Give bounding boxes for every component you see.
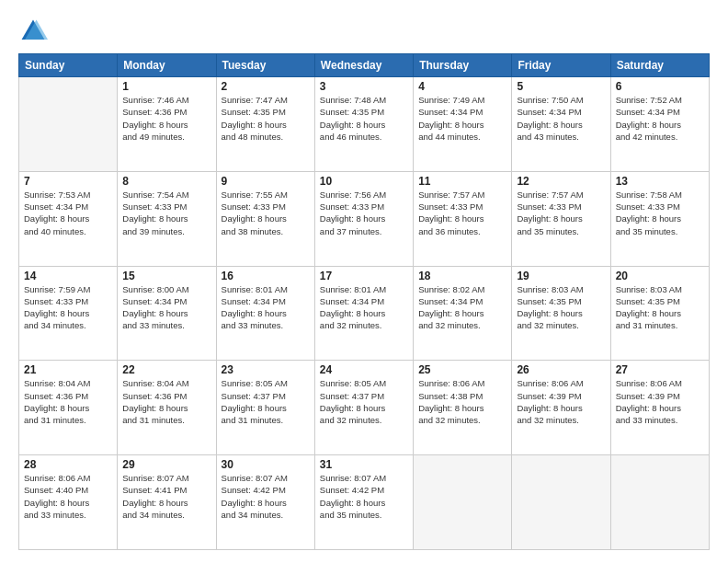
calendar-cell: 17Sunrise: 8:01 AM Sunset: 4:34 PM Dayli… <box>314 266 413 361</box>
page: SundayMondayTuesdayWednesdayThursdayFrid… <box>0 0 728 563</box>
calendar-cell <box>512 455 610 550</box>
day-number: 7 <box>24 175 112 188</box>
calendar-cell: 18Sunrise: 8:02 AM Sunset: 4:34 PM Dayli… <box>414 266 512 361</box>
day-number: 24 <box>320 363 408 376</box>
day-number: 3 <box>320 80 408 93</box>
day-number: 15 <box>122 270 210 282</box>
day-header-friday: Friday <box>512 54 610 77</box>
day-number: 11 <box>418 175 506 188</box>
day-info: Sunrise: 8:00 AM Sunset: 4:34 PM Dayligh… <box>122 283 210 332</box>
calendar-cell: 26Sunrise: 8:06 AM Sunset: 4:39 PM Dayli… <box>512 361 610 455</box>
day-number: 5 <box>517 80 605 93</box>
day-number: 23 <box>222 363 310 376</box>
day-info: Sunrise: 7:47 AM Sunset: 4:35 PM Dayligh… <box>222 94 310 143</box>
calendar-cell: 7Sunrise: 7:53 AM Sunset: 4:34 PM Daylig… <box>19 171 118 266</box>
week-row-4: 21Sunrise: 8:04 AM Sunset: 4:36 PM Dayli… <box>19 361 710 455</box>
day-info: Sunrise: 7:53 AM Sunset: 4:34 PM Dayligh… <box>24 189 112 237</box>
calendar-cell: 4Sunrise: 7:49 AM Sunset: 4:34 PM Daylig… <box>414 77 512 172</box>
day-number: 8 <box>122 175 210 188</box>
day-info: Sunrise: 7:52 AM Sunset: 4:34 PM Dayligh… <box>616 94 704 143</box>
week-row-5: 28Sunrise: 8:06 AM Sunset: 4:40 PM Dayli… <box>19 455 710 550</box>
calendar-cell: 2Sunrise: 7:47 AM Sunset: 4:35 PM Daylig… <box>216 77 314 172</box>
day-number: 9 <box>222 175 310 188</box>
day-info: Sunrise: 8:04 AM Sunset: 4:36 PM Dayligh… <box>24 377 112 426</box>
calendar: SundayMondayTuesdayWednesdayThursdayFrid… <box>18 53 710 550</box>
day-number: 12 <box>517 175 605 188</box>
day-number: 16 <box>222 270 310 282</box>
day-number: 31 <box>320 458 408 471</box>
calendar-cell: 14Sunrise: 7:59 AM Sunset: 4:33 PM Dayli… <box>19 266 118 361</box>
day-info: Sunrise: 7:57 AM Sunset: 4:33 PM Dayligh… <box>418 189 506 237</box>
day-number: 28 <box>24 458 112 471</box>
day-number: 25 <box>418 363 506 376</box>
calendar-cell: 16Sunrise: 8:01 AM Sunset: 4:34 PM Dayli… <box>216 266 314 361</box>
calendar-cell: 6Sunrise: 7:52 AM Sunset: 4:34 PM Daylig… <box>610 77 709 172</box>
day-number: 20 <box>616 270 704 282</box>
calendar-cell: 28Sunrise: 8:06 AM Sunset: 4:40 PM Dayli… <box>19 455 118 550</box>
day-number: 26 <box>517 363 605 376</box>
header-row: SundayMondayTuesdayWednesdayThursdayFrid… <box>19 54 710 77</box>
day-info: Sunrise: 7:54 AM Sunset: 4:33 PM Dayligh… <box>122 189 210 237</box>
day-info: Sunrise: 8:03 AM Sunset: 4:35 PM Dayligh… <box>616 283 704 332</box>
day-header-thursday: Thursday <box>414 54 512 77</box>
day-info: Sunrise: 8:06 AM Sunset: 4:39 PM Dayligh… <box>517 377 605 426</box>
day-number: 14 <box>24 270 112 282</box>
day-number: 21 <box>24 363 112 376</box>
day-number: 17 <box>320 270 408 282</box>
calendar-cell: 31Sunrise: 8:07 AM Sunset: 4:42 PM Dayli… <box>314 455 413 550</box>
calendar-cell: 11Sunrise: 7:57 AM Sunset: 4:33 PM Dayli… <box>414 171 512 266</box>
calendar-cell: 30Sunrise: 8:07 AM Sunset: 4:42 PM Dayli… <box>216 455 314 550</box>
day-info: Sunrise: 7:59 AM Sunset: 4:33 PM Dayligh… <box>24 283 112 332</box>
day-info: Sunrise: 8:06 AM Sunset: 4:38 PM Dayligh… <box>418 377 506 426</box>
day-info: Sunrise: 8:05 AM Sunset: 4:37 PM Dayligh… <box>222 377 310 426</box>
day-number: 30 <box>222 458 310 471</box>
calendar-cell: 9Sunrise: 7:55 AM Sunset: 4:33 PM Daylig… <box>216 171 314 266</box>
calendar-cell <box>414 455 512 550</box>
day-header-tuesday: Tuesday <box>216 54 314 77</box>
day-info: Sunrise: 7:56 AM Sunset: 4:33 PM Dayligh… <box>320 189 408 237</box>
calendar-cell <box>610 455 709 550</box>
day-header-saturday: Saturday <box>610 54 709 77</box>
day-number: 27 <box>616 363 704 376</box>
day-info: Sunrise: 8:04 AM Sunset: 4:36 PM Dayligh… <box>122 377 210 426</box>
day-info: Sunrise: 8:03 AM Sunset: 4:35 PM Dayligh… <box>517 283 605 332</box>
calendar-cell: 19Sunrise: 8:03 AM Sunset: 4:35 PM Dayli… <box>512 266 610 361</box>
calendar-cell: 5Sunrise: 7:50 AM Sunset: 4:34 PM Daylig… <box>512 77 610 172</box>
week-row-1: 1Sunrise: 7:46 AM Sunset: 4:36 PM Daylig… <box>19 77 710 172</box>
day-info: Sunrise: 8:01 AM Sunset: 4:34 PM Dayligh… <box>222 283 310 332</box>
calendar-cell: 20Sunrise: 8:03 AM Sunset: 4:35 PM Dayli… <box>610 266 709 361</box>
day-number: 19 <box>517 270 605 282</box>
day-number: 18 <box>418 270 506 282</box>
day-header-sunday: Sunday <box>19 54 118 77</box>
day-number: 13 <box>616 175 704 188</box>
day-number: 1 <box>122 80 210 93</box>
calendar-cell: 8Sunrise: 7:54 AM Sunset: 4:33 PM Daylig… <box>118 171 216 266</box>
day-header-monday: Monday <box>118 54 216 77</box>
day-info: Sunrise: 7:57 AM Sunset: 4:33 PM Dayligh… <box>517 189 605 237</box>
week-row-3: 14Sunrise: 7:59 AM Sunset: 4:33 PM Dayli… <box>19 266 710 361</box>
calendar-cell: 3Sunrise: 7:48 AM Sunset: 4:35 PM Daylig… <box>314 77 413 172</box>
logo-icon <box>18 17 48 46</box>
calendar-cell: 12Sunrise: 7:57 AM Sunset: 4:33 PM Dayli… <box>512 171 610 266</box>
day-info: Sunrise: 8:01 AM Sunset: 4:34 PM Dayligh… <box>320 283 408 332</box>
calendar-cell: 1Sunrise: 7:46 AM Sunset: 4:36 PM Daylig… <box>118 77 216 172</box>
day-info: Sunrise: 8:06 AM Sunset: 4:40 PM Dayligh… <box>24 472 112 521</box>
day-info: Sunrise: 7:48 AM Sunset: 4:35 PM Dayligh… <box>320 94 408 143</box>
day-info: Sunrise: 8:02 AM Sunset: 4:34 PM Dayligh… <box>418 283 506 332</box>
logo <box>18 17 51 46</box>
calendar-cell: 13Sunrise: 7:58 AM Sunset: 4:33 PM Dayli… <box>610 171 709 266</box>
day-number: 29 <box>122 458 210 471</box>
day-info: Sunrise: 7:58 AM Sunset: 4:33 PM Dayligh… <box>616 189 704 237</box>
week-row-2: 7Sunrise: 7:53 AM Sunset: 4:34 PM Daylig… <box>19 171 710 266</box>
calendar-cell: 27Sunrise: 8:06 AM Sunset: 4:39 PM Dayli… <box>610 361 709 455</box>
calendar-cell <box>19 77 118 172</box>
day-number: 2 <box>222 80 310 93</box>
header <box>18 17 710 46</box>
day-info: Sunrise: 8:07 AM Sunset: 4:42 PM Dayligh… <box>320 472 408 521</box>
day-number: 6 <box>616 80 704 93</box>
calendar-cell: 29Sunrise: 8:07 AM Sunset: 4:41 PM Dayli… <box>118 455 216 550</box>
calendar-cell: 25Sunrise: 8:06 AM Sunset: 4:38 PM Dayli… <box>414 361 512 455</box>
day-number: 22 <box>122 363 210 376</box>
day-info: Sunrise: 8:05 AM Sunset: 4:37 PM Dayligh… <box>320 377 408 426</box>
day-info: Sunrise: 7:49 AM Sunset: 4:34 PM Dayligh… <box>418 94 506 143</box>
